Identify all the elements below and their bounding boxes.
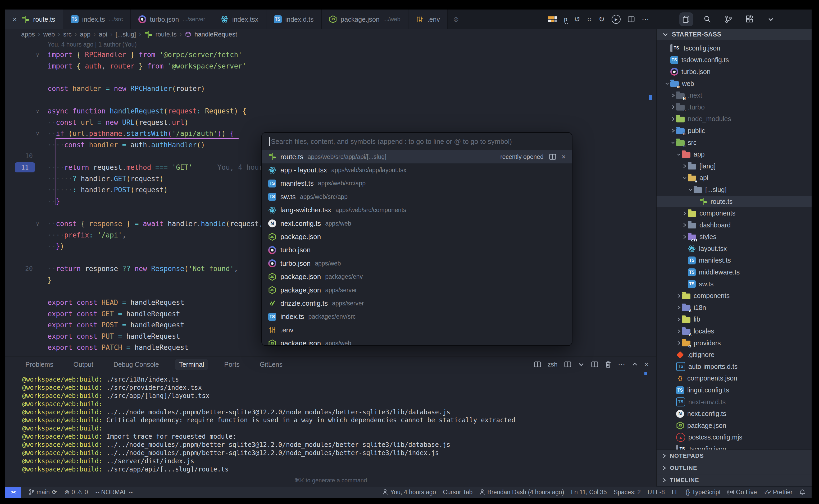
tree-item-package.json[interactable]: JSpackage.json	[657, 420, 812, 432]
chevron-right-icon[interactable]	[676, 317, 682, 322]
chevron-right-icon[interactable]	[681, 223, 688, 227]
open-to-side-icon[interactable]	[549, 153, 556, 160]
chevron-right-icon[interactable]	[670, 128, 676, 133]
chevron-right-icon[interactable]	[681, 164, 688, 168]
quick-open-input[interactable]: Search files, content, and symbols (appe…	[262, 133, 572, 150]
remove-from-history-icon[interactable]: ×	[562, 153, 566, 161]
tab-route.ts[interactable]: ×route.ts	[5, 10, 63, 29]
search-icon[interactable]	[701, 12, 714, 26]
tree-item-tsconfig.json[interactable]: TStsconfig.json	[657, 443, 812, 450]
preview-p-icon[interactable]: p	[564, 16, 567, 23]
breadcrumb-item[interactable]: [...slug]	[116, 31, 136, 38]
tab-turbo.json[interactable]: turbo.json.../server	[131, 10, 213, 29]
quickopen-result-row[interactable]: Nnext.config.tsapps/web	[262, 217, 572, 230]
breadcrumb-item[interactable]: api	[99, 31, 107, 38]
tree-item-node_modules[interactable]: node_modules	[657, 113, 812, 125]
quickopen-result-row[interactable]: TSmanifest.tsapps/web/src/app	[262, 177, 572, 190]
sidebar-section-timeline[interactable]: TIMELINE	[657, 474, 812, 486]
quickopen-result-row[interactable]: JSpackage.jsonapps/server	[262, 283, 572, 297]
chevron-right-icon[interactable]	[670, 117, 676, 121]
commit-circle-icon[interactable]: ○	[587, 16, 592, 23]
fold-arrow-icon[interactable]: ∨	[36, 106, 39, 117]
chevron-right-icon[interactable]	[676, 329, 682, 334]
tree-item-.gitignore[interactable]: .gitignore	[657, 349, 812, 361]
fold-arrow-icon[interactable]: ∨	[36, 128, 39, 139]
status-item-cursor-tab[interactable]: Cursor Tab	[443, 489, 473, 496]
chevron-right-icon[interactable]	[676, 294, 682, 298]
kill-terminal-icon[interactable]	[605, 361, 612, 368]
quickopen-result-row[interactable]: turbo.jsonapps/web	[262, 257, 572, 270]
quickopen-result-row[interactable]: TSsw.tsapps/web/src/app	[262, 190, 572, 203]
tree-item-tsdown.config.ts[interactable]: TStsdown.config.ts	[657, 54, 812, 66]
close-panel-icon[interactable]: ×	[644, 360, 649, 369]
status-item-blame-author[interactable]: Brendan Dash (4 hours ago)	[479, 489, 564, 496]
split-dropdown-icon[interactable]	[578, 361, 585, 368]
chevron-right-icon[interactable]	[670, 93, 676, 98]
history-forward-icon[interactable]: ↻	[599, 16, 605, 23]
files-explorer-icon[interactable]	[679, 12, 693, 26]
breadcrumb-item[interactable]: src	[63, 31, 72, 38]
panel-tab-problems[interactable]: Problems	[21, 359, 58, 370]
breadcrumb-item[interactable]: apps	[21, 31, 35, 38]
chevron-down-icon[interactable]	[670, 140, 676, 145]
fold-arrow-icon[interactable]: ∨	[36, 49, 39, 61]
tree-item-layout.tsx[interactable]: layout.tsx	[657, 243, 812, 255]
tree-item-postcss.config.mjs[interactable]: ▲postcss.config.mjs	[657, 432, 812, 443]
quickopen-result-row[interactable]: JSpackage.jsonapps/web	[262, 337, 572, 345]
sidebar-section-outline[interactable]: OUTLINE	[657, 462, 812, 474]
tree-item-components[interactable]: components	[657, 207, 812, 219]
chevron-down-icon[interactable]	[764, 12, 778, 26]
tree-item-web[interactable]: ⊕web	[657, 78, 812, 90]
breadcrumb-item[interactable]: app	[80, 31, 90, 38]
tree-item-turbo.json[interactable]: turbo.json	[657, 66, 812, 78]
chevron-down-icon[interactable]	[681, 175, 688, 181]
chevron-down-icon[interactable]	[664, 81, 670, 86]
quickopen-result-row[interactable]: app - layout.tsxapps/web/src/app/layout.…	[262, 163, 572, 177]
panel-tab-terminal[interactable]: Terminal	[175, 359, 208, 370]
remote-indicator[interactable]: ><	[5, 487, 21, 498]
chevron-right-icon[interactable]	[676, 341, 682, 345]
panel-tab-output[interactable]: Output	[69, 359, 98, 370]
tree-item-manifest.ts[interactable]: TSmanifest.ts	[657, 255, 812, 267]
chevron-down-icon[interactable]	[676, 152, 682, 157]
tree-item-middleware.ts[interactable]: TSmiddleware.ts	[657, 266, 812, 278]
terminal-instance-icon[interactable]	[534, 361, 541, 368]
status-item-indentation[interactable]: Spaces: 2	[614, 489, 641, 496]
tree-item-next.config.ts[interactable]: Nnext.config.ts	[657, 408, 812, 420]
tree-item-components.json[interactable]: {}components.json	[657, 373, 812, 384]
tree-item-.turbo[interactable]: ○.turbo	[657, 101, 812, 113]
quickopen-result-row[interactable]: turbo.json	[262, 244, 572, 257]
tree-item-src[interactable]: ‹›src	[657, 137, 812, 149]
table-grid-icon[interactable]	[548, 16, 557, 22]
breadcrumb-symbol[interactable]: handleRequest	[194, 31, 237, 38]
close-tab-icon[interactable]: ×	[13, 15, 17, 24]
history-back-icon[interactable]: ↺	[574, 16, 580, 23]
tree-item-lib[interactable]: lib	[657, 314, 812, 326]
panel-tab-debug-console[interactable]: Debug Console	[109, 359, 163, 370]
tree-item-lingui.config.ts[interactable]: TSlingui.config.ts	[657, 384, 812, 396]
status-item-cursor-position[interactable]: Ln 11, Col 35	[571, 489, 607, 496]
status-item-notifications[interactable]	[799, 489, 805, 495]
breadcrumb-file[interactable]: route.ts	[155, 31, 177, 38]
chevron-right-icon[interactable]	[676, 305, 682, 310]
maximize-panel-icon[interactable]	[632, 361, 638, 368]
status-item-encoding[interactable]: UTF-8	[648, 489, 665, 496]
chevron-right-icon[interactable]	[681, 235, 688, 239]
fold-arrow-icon[interactable]: ∨	[36, 218, 39, 230]
tab-index.tsx[interactable]: index.tsx	[213, 10, 266, 29]
tree-item-next-env.d.ts[interactable]: TSnext-env.d.ts	[657, 396, 812, 408]
quickopen-result-row[interactable]: route.tsapps/web/src/app/api/[...slug]re…	[262, 150, 572, 163]
quickopen-result-row[interactable]: .env	[262, 323, 572, 337]
tree-item-[...slug][interactable]: [...slug]	[657, 184, 812, 196]
quickopen-result-row[interactable]: drizzle.config.tsapps/server	[262, 297, 572, 310]
tab-.env[interactable]: .env	[408, 10, 448, 29]
status-item-blame-you[interactable]: You, 4 hours ago	[382, 489, 436, 496]
terminal-output[interactable]: @workspace/web:build: ./src/i18n/index.t…	[5, 372, 656, 474]
panel-layout-icon[interactable]	[591, 361, 598, 368]
tree-item-public[interactable]: ⊕public	[657, 125, 812, 137]
tab-package.json[interactable]: JSpackage.json.../web	[322, 10, 408, 29]
tree-item-auto-imports.d.ts[interactable]: TSauto-imports.d.ts	[657, 361, 812, 373]
status-item-prettier[interactable]: ✓✓Prettier	[764, 489, 793, 496]
tree-item-api[interactable]: #api	[657, 172, 812, 184]
chevron-right-icon[interactable]	[681, 211, 688, 216]
